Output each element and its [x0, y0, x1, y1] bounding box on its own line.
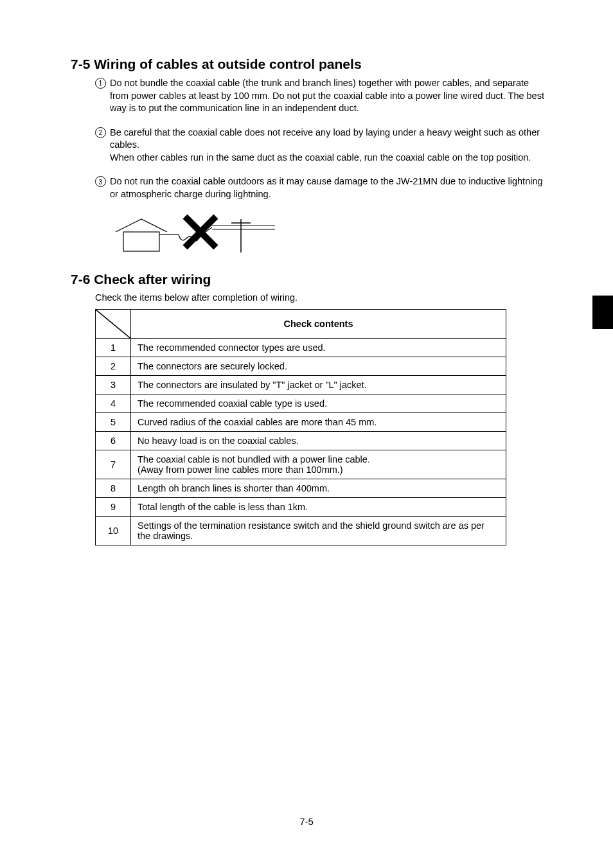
row-number: 10 — [96, 516, 131, 545]
row-number: 8 — [96, 479, 131, 497]
row-number: 7 — [96, 450, 131, 479]
page-number: 7-5 — [0, 816, 613, 827]
table-header-check-contents: Check contents — [131, 309, 506, 338]
table-row: 9Total length of the cable is less than … — [96, 497, 506, 516]
list-item-text: Be careful that the coaxial cable does n… — [110, 127, 549, 164]
table-row: 2The connectors are securely locked. — [96, 357, 506, 375]
table-row: 8Length oh branch lines is shorter than … — [96, 479, 506, 497]
table-row: 4The recommended coaxial cable type is u… — [96, 394, 506, 412]
circled-number-icon: 3 — [95, 176, 106, 187]
section-7-6-intro: Check the items below after completion o… — [95, 292, 549, 303]
section-7-6-title: 7-6 Check after wiring — [71, 272, 549, 287]
row-number: 2 — [96, 357, 131, 375]
row-text: The connectors are securely locked. — [131, 357, 506, 375]
row-text: The coaxial cable is not bundled with a … — [131, 450, 506, 479]
check-contents-table: Check contents 1The recommended connecto… — [95, 309, 506, 545]
section-7-5-title: 7-5 Wiring of cables at outside control … — [71, 57, 549, 72]
row-number: 3 — [96, 375, 131, 394]
table-row: 6No heavy load is on the coaxial cables. — [96, 431, 506, 450]
row-number: 5 — [96, 412, 131, 431]
row-text: Curved radius of the coaxial cables are … — [131, 412, 506, 431]
table-row: 10Settings of the termination resistance… — [96, 516, 506, 545]
row-text: The recommended connector types are used… — [131, 338, 506, 357]
row-number: 1 — [96, 338, 131, 357]
table-corner-cell — [96, 309, 131, 338]
list-item: 2 Be careful that the coaxial cable does… — [95, 127, 549, 164]
row-text: The connectors are insulated by "T" jack… — [131, 375, 506, 394]
row-text: Length oh branch lines is shorter than 4… — [131, 479, 506, 497]
check-table-body: 1The recommended connector types are use… — [96, 338, 506, 545]
list-item: 3 Do not run the coaxial cable outdoors … — [95, 175, 549, 200]
table-row: 3The connectors are insulated by "T" jac… — [96, 375, 506, 394]
row-text: Settings of the termination resistance s… — [131, 516, 506, 545]
table-row: 7The coaxial cable is not bundled with a… — [96, 450, 506, 479]
outdoor-cable-prohibition-diagram — [109, 213, 549, 263]
row-text: Total length of the cable is less than 1… — [131, 497, 506, 516]
row-text: The recommended coaxial cable type is us… — [131, 394, 506, 412]
circled-number-icon: 2 — [95, 127, 106, 138]
table-row: 5Curved radius of the coaxial cables are… — [96, 412, 506, 431]
list-item: 1 Do not bundle the coaxial cable (the t… — [95, 77, 549, 115]
svg-rect-0 — [123, 232, 159, 251]
row-text: No heavy load is on the coaxial cables. — [131, 431, 506, 450]
section-7-5-body: 1 Do not bundle the coaxial cable (the t… — [95, 77, 549, 201]
circled-number-icon: 1 — [95, 78, 106, 89]
row-number: 9 — [96, 497, 131, 516]
table-row: 1The recommended connector types are use… — [96, 338, 506, 357]
list-item-text: Do not run the coaxial cable outdoors as… — [110, 175, 549, 200]
row-number: 4 — [96, 394, 131, 412]
page-edge-tab — [592, 296, 613, 329]
row-number: 6 — [96, 431, 131, 450]
list-item-text: Do not bundle the coaxial cable (the tru… — [110, 77, 549, 115]
svg-line-8 — [96, 310, 130, 338]
